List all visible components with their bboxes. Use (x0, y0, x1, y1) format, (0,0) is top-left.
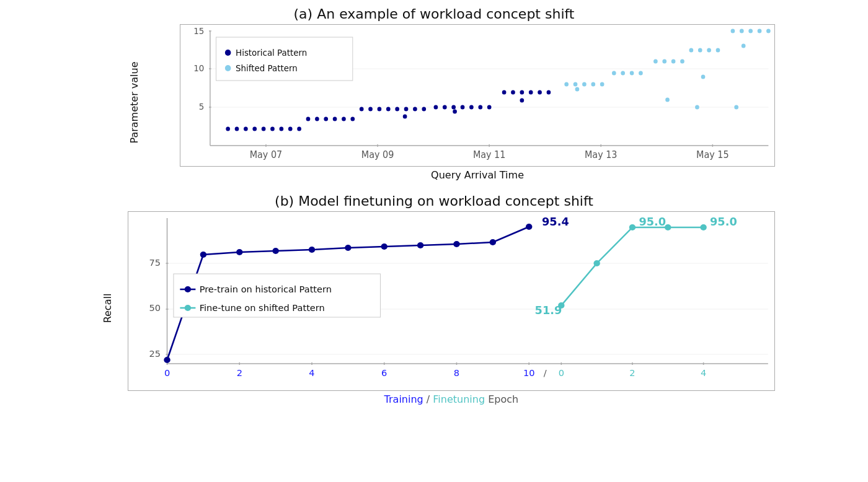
svg-point-125 (272, 248, 278, 254)
svg-point-57 (547, 90, 551, 95)
svg-point-80 (731, 29, 735, 33)
svg-point-39 (395, 107, 399, 112)
svg-point-59 (564, 82, 569, 87)
svg-point-47 (461, 105, 465, 110)
chart-b-title: (b) Model finetuning on workload concept… (93, 193, 775, 209)
svg-point-40 (404, 107, 409, 112)
historical-dots (226, 90, 551, 131)
svg-point-68 (639, 71, 643, 76)
svg-point-67 (630, 71, 634, 76)
svg-text:6: 6 (381, 368, 387, 378)
svg-point-75 (698, 48, 702, 53)
svg-point-126 (309, 247, 315, 253)
svg-point-24 (262, 127, 266, 131)
svg-point-82 (748, 29, 753, 33)
svg-point-23 (252, 127, 257, 131)
svg-point-79 (695, 105, 699, 110)
svg-point-73 (665, 98, 670, 102)
svg-text:Historical Pattern: Historical Pattern (236, 48, 307, 58)
annotation-51-9: 51.9 (534, 304, 562, 317)
annotation-95-4: 95.4 (542, 216, 569, 228)
svg-text:Pre-train on historical Patter: Pre-train on historical Pattern (199, 284, 331, 294)
chart-a-area: 5 10 15 (180, 24, 775, 167)
svg-point-124 (236, 249, 242, 255)
svg-point-76 (707, 48, 711, 53)
svg-point-45 (443, 105, 447, 110)
chart-a-section: (a) An example of workload concept shift… (93, 6, 775, 181)
svg-point-26 (280, 127, 284, 131)
svg-text:May 15: May 15 (696, 149, 729, 160)
svg-point-54 (520, 90, 525, 95)
svg-rect-87 (216, 37, 353, 81)
svg-point-50 (487, 105, 492, 110)
chart-b-svg: 25 50 75 (128, 212, 774, 392)
chart-b-x-label: Training / Finetuning Epoch (128, 393, 775, 405)
svg-point-41 (413, 107, 417, 112)
svg-point-128 (381, 243, 387, 250)
svg-point-71 (671, 59, 676, 64)
svg-point-123 (200, 252, 206, 258)
svg-point-22 (244, 127, 248, 131)
svg-text:10: 10 (523, 368, 535, 378)
annotation-95-0-1: 95.0 (639, 216, 666, 228)
svg-point-64 (575, 87, 580, 92)
svg-point-66 (621, 71, 625, 76)
chart-b-section: (b) Model finetuning on workload concept… (93, 193, 775, 405)
svg-point-81 (740, 29, 744, 33)
finetune-dots (558, 224, 707, 309)
svg-text:4: 4 (701, 368, 706, 378)
svg-point-49 (478, 105, 482, 110)
svg-point-46 (451, 105, 456, 110)
svg-point-131 (489, 239, 495, 245)
chart-a-x-label: Query Arrival Time (180, 169, 775, 181)
svg-point-42 (422, 107, 426, 112)
svg-point-48 (469, 105, 474, 110)
svg-point-83 (758, 29, 762, 33)
svg-point-122 (164, 357, 170, 363)
svg-point-62 (591, 82, 595, 87)
svg-point-25 (270, 127, 275, 131)
svg-point-74 (689, 48, 694, 53)
svg-point-36 (368, 107, 373, 112)
svg-text:May 11: May 11 (473, 149, 506, 160)
svg-text:Shifted Pattern: Shifted Pattern (236, 63, 298, 73)
svg-point-30 (315, 117, 319, 121)
svg-point-55 (529, 90, 533, 95)
x-label-epoch: Epoch (485, 393, 518, 405)
svg-point-21 (235, 127, 239, 131)
svg-text:2: 2 (629, 368, 635, 378)
svg-text:8: 8 (454, 368, 459, 378)
svg-text:/: / (544, 368, 547, 378)
svg-point-37 (378, 107, 382, 112)
svg-point-78 (701, 75, 706, 79)
svg-point-32 (333, 117, 337, 121)
svg-text:0: 0 (558, 368, 564, 378)
svg-text:0: 0 (164, 368, 170, 378)
svg-point-31 (324, 117, 328, 121)
chart-b-area: 25 50 75 (128, 211, 775, 391)
chart-wrapper: (a) An example of workload concept shift… (93, 6, 775, 405)
svg-text:2: 2 (236, 368, 242, 378)
svg-point-77 (716, 48, 720, 53)
annotation-95-0-2: 95.0 (710, 216, 737, 228)
svg-point-84 (766, 29, 771, 33)
svg-point-63 (600, 82, 604, 87)
svg-text:4: 4 (309, 368, 314, 378)
svg-point-33 (342, 117, 346, 121)
svg-text:Fine-tune on shifted Pattern: Fine-tune on shifted Pattern (199, 303, 324, 313)
svg-point-28 (297, 127, 301, 131)
svg-text:75: 75 (149, 258, 161, 268)
main-container: (a) An example of workload concept shift… (0, 0, 868, 482)
svg-point-132 (526, 224, 532, 230)
svg-point-86 (734, 105, 738, 110)
svg-text:May 09: May 09 (361, 149, 394, 160)
shifted-dots (564, 29, 770, 110)
svg-point-44 (434, 105, 438, 110)
svg-text:15: 15 (193, 26, 204, 36)
chart-b-y-label: Recall (102, 294, 113, 323)
svg-point-61 (582, 82, 587, 87)
x-label-training: Training (384, 393, 423, 405)
svg-point-72 (680, 59, 684, 64)
svg-point-56 (538, 90, 542, 95)
svg-point-85 (742, 44, 746, 48)
